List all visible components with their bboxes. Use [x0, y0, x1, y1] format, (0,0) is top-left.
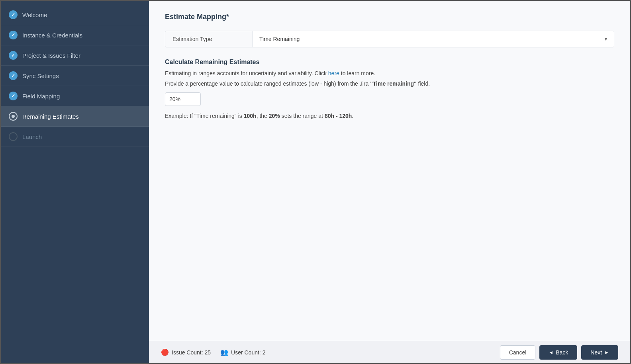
sidebar-item-launch: Launch [1, 127, 149, 147]
content-panel: Estimate Mapping* Estimation Type Time R… [149, 1, 630, 363]
description-line1-suffix: to learn more. [339, 70, 375, 76]
footer-buttons: Cancel ◄ Back Next ► [500, 345, 618, 360]
user-count-label: User Count: 2 [231, 349, 265, 356]
instance-credentials-status-icon [9, 31, 18, 39]
welcome-status-icon [9, 10, 18, 19]
back-button[interactable]: ◄ Back [539, 345, 577, 360]
example-end: . [352, 113, 353, 119]
app-window: Welcome Instance & Credentials Project &… [0, 0, 631, 364]
next-label: Next [590, 349, 602, 356]
sidebar-item-field-mapping[interactable]: Field Mapping [1, 86, 149, 106]
launch-status-icon [9, 132, 18, 141]
footer-stats: 🔴 Issue Count: 25 👥 User Count: 2 [161, 348, 265, 356]
estimation-select-wrapper: Time Remaining Story Points Original Est… [253, 31, 614, 47]
sidebar-item-welcome[interactable]: Welcome [1, 5, 149, 25]
description-line2-suffix: field. [417, 80, 430, 87]
issue-count-stat: 🔴 Issue Count: 25 [161, 348, 211, 356]
description-line2: Provide a percentage value to calculate … [165, 79, 614, 88]
estimation-type-row: Estimation Type Time Remaining Story Poi… [165, 31, 614, 47]
sidebar-item-sync-settings-label: Sync Settings [22, 72, 59, 79]
example-text: Example: If "Time remaining" is 100h, th… [165, 112, 614, 120]
calculate-section-title: Calculate Remaining Estimates [165, 59, 614, 66]
example-range: 80h - 120h [325, 113, 352, 119]
sync-settings-status-icon [9, 71, 18, 80]
next-arrow-icon: ► [604, 350, 609, 355]
cancel-button[interactable]: Cancel [500, 345, 536, 360]
footer: 🔴 Issue Count: 25 👥 User Count: 2 Cancel… [149, 341, 630, 363]
content-body: Estimate Mapping* Estimation Type Time R… [149, 1, 630, 341]
main-area: Welcome Instance & Credentials Project &… [1, 1, 630, 363]
example-end-prefix: sets the range at [280, 113, 325, 119]
sidebar: Welcome Instance & Credentials Project &… [1, 1, 149, 363]
user-count-icon: 👥 [220, 348, 228, 356]
sidebar-spacer [1, 147, 149, 359]
example-20pct: 20% [269, 113, 280, 119]
sidebar-item-launch-label: Launch [22, 133, 42, 140]
issue-count-icon: 🔴 [161, 348, 169, 356]
description-line2-prefix: Provide a percentage value to calculate … [165, 80, 370, 87]
sidebar-item-remaining-estimates[interactable]: Remaining Estimates [1, 106, 149, 127]
time-remaining-bold: "Time remaining" [370, 80, 417, 87]
sidebar-item-field-mapping-label: Field Mapping [22, 93, 60, 100]
next-button[interactable]: Next ► [581, 345, 618, 360]
sidebar-item-remaining-estimates-label: Remaining Estimates [22, 113, 79, 120]
description-line1: Estimating in ranges accounts for uncert… [165, 69, 614, 78]
sidebar-item-project-issues-filter-label: Project & Issues Filter [22, 52, 80, 59]
example-middle: , the [257, 113, 269, 119]
sidebar-item-project-issues-filter[interactable]: Project & Issues Filter [1, 45, 149, 66]
example-prefix: Example: If "Time remaining" is [165, 113, 244, 119]
sidebar-item-sync-settings[interactable]: Sync Settings [1, 66, 149, 86]
percentage-input[interactable] [165, 92, 201, 106]
remaining-estimates-status-icon [9, 112, 18, 121]
estimation-type-select[interactable]: Time Remaining Story Points Original Est… [253, 31, 614, 47]
here-link[interactable]: here [328, 70, 339, 76]
page-title: Estimate Mapping* [165, 13, 614, 21]
issue-count-label: Issue Count: 25 [172, 349, 211, 356]
sidebar-item-instance-credentials-label: Instance & Credentials [22, 32, 82, 39]
estimation-type-label: Estimation Type [165, 31, 253, 47]
description-line1-prefix: Estimating in ranges accounts for uncert… [165, 70, 328, 76]
field-mapping-status-icon [9, 92, 18, 100]
sidebar-item-welcome-label: Welcome [22, 12, 47, 18]
calculate-section: Calculate Remaining Estimates Estimating… [165, 59, 614, 120]
project-issues-filter-status-icon [9, 51, 18, 60]
example-100h: 100h [244, 113, 257, 119]
sidebar-item-instance-credentials[interactable]: Instance & Credentials [1, 25, 149, 45]
back-arrow-icon: ◄ [549, 350, 553, 355]
user-count-stat: 👥 User Count: 2 [220, 348, 265, 356]
back-label: Back [556, 349, 568, 356]
